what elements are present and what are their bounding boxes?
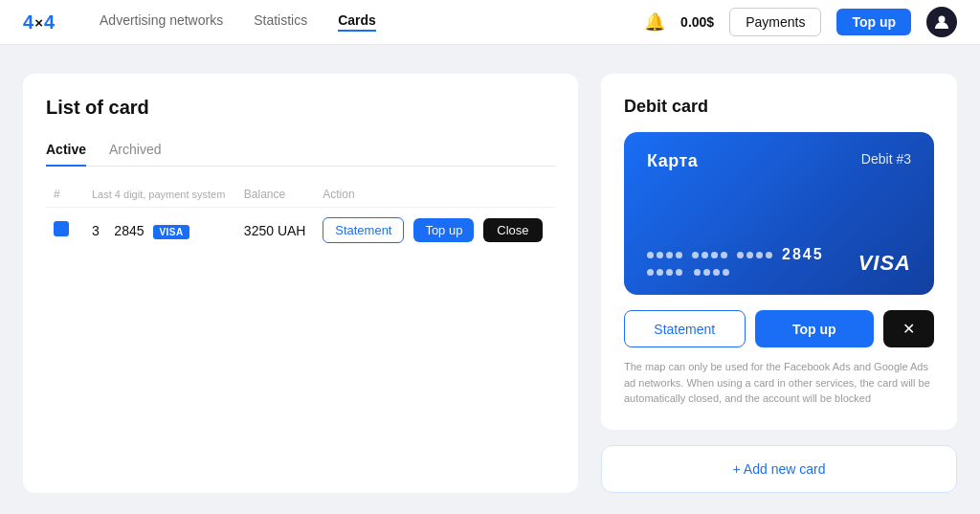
bell-icon[interactable]: 🔔 bbox=[644, 11, 665, 33]
add-card-button[interactable]: + Add new card bbox=[602, 446, 956, 492]
balance-display: 0.00$ bbox=[680, 14, 714, 30]
col-balance: Balance bbox=[236, 182, 315, 208]
topup-header-button[interactable]: Top up bbox=[836, 9, 911, 35]
card-label: Карта bbox=[647, 151, 698, 171]
table-row: 3 2845 VISA 3250 UAH Statement Top up Cl… bbox=[46, 208, 555, 254]
row-topup-button[interactable]: Top up bbox=[413, 218, 474, 242]
dot bbox=[676, 252, 682, 258]
avatar[interactable] bbox=[926, 7, 957, 37]
debit-card-box: Debit card Карта Debit #3 bbox=[601, 74, 957, 430]
main-content: List of card Active Archived # Last 4 di… bbox=[0, 45, 980, 514]
dot bbox=[647, 269, 654, 276]
dot bbox=[657, 269, 663, 276]
dot-group-4 bbox=[647, 269, 682, 276]
dot bbox=[766, 252, 772, 258]
row-number: 3 bbox=[92, 223, 100, 238]
card-list-panel: List of card Active Archived # Last 4 di… bbox=[23, 74, 578, 493]
dot-group-1 bbox=[647, 252, 682, 258]
row-last4: 2845 bbox=[114, 223, 144, 238]
card-network-logo: VISA bbox=[858, 251, 911, 276]
debit-close-button[interactable]: ✕ bbox=[883, 310, 934, 347]
dot-group-5 bbox=[694, 269, 729, 276]
cards-table: # Last 4 digit, payment system Balance A… bbox=[46, 182, 555, 253]
dot bbox=[737, 252, 744, 258]
card-debit-num: Debit #3 bbox=[861, 151, 911, 167]
dot-group-2 bbox=[692, 252, 727, 258]
dot bbox=[647, 252, 654, 258]
dot bbox=[711, 252, 718, 258]
dot bbox=[694, 269, 701, 276]
row-statement-button[interactable]: Statement bbox=[323, 217, 404, 243]
debit-actions: Statement Top up ✕ bbox=[624, 310, 934, 347]
credit-card-visual: Карта Debit #3 bbox=[624, 132, 934, 295]
row-close-button[interactable]: Close bbox=[483, 218, 542, 242]
svg-point-0 bbox=[939, 16, 946, 23]
col-action: Action bbox=[315, 182, 555, 208]
header-right: 🔔 0.00$ Payments Top up bbox=[644, 7, 957, 37]
tab-archived[interactable]: Archived bbox=[109, 134, 161, 167]
col-hash: # bbox=[46, 182, 84, 208]
card-number-row: 2845 bbox=[647, 246, 824, 263]
row-network-badge: VISA bbox=[153, 225, 189, 239]
dot bbox=[723, 269, 729, 276]
row-actions: Statement Top up Close bbox=[315, 208, 555, 254]
dot bbox=[703, 269, 710, 276]
list-panel-title: List of card bbox=[46, 97, 555, 119]
row-num-last4: 3 2845 VISA bbox=[84, 208, 236, 254]
debit-statement-button[interactable]: Statement bbox=[624, 310, 746, 347]
card-top: Карта Debit #3 bbox=[647, 151, 911, 171]
payments-button[interactable]: Payments bbox=[729, 8, 821, 36]
debit-title: Debit card bbox=[624, 97, 934, 117]
header: 4×4 Advertising networks Statistics Card… bbox=[0, 0, 980, 45]
logo: 4×4 bbox=[23, 11, 54, 34]
nav-advertising-networks[interactable]: Advertising networks bbox=[100, 12, 223, 32]
row-checkbox-cell bbox=[46, 208, 84, 254]
dot bbox=[721, 252, 727, 258]
card-note: The map can only be used for the Faceboo… bbox=[624, 359, 934, 407]
card-bottom: 2845 bbox=[647, 246, 911, 276]
dot bbox=[713, 269, 720, 276]
dot bbox=[746, 252, 753, 258]
dot bbox=[692, 252, 699, 258]
dot bbox=[756, 252, 763, 258]
card-last4: 2845 bbox=[782, 246, 824, 263]
nav: Advertising networks Statistics Cards bbox=[100, 12, 613, 32]
debit-panel: Debit card Карта Debit #3 bbox=[601, 74, 957, 493]
nav-statistics[interactable]: Statistics bbox=[254, 12, 307, 32]
dot bbox=[666, 252, 673, 258]
dot bbox=[657, 252, 663, 258]
dot-group-3 bbox=[737, 252, 772, 258]
dot bbox=[666, 269, 673, 276]
tabs: Active Archived bbox=[46, 134, 555, 167]
tab-active[interactable]: Active bbox=[46, 134, 86, 167]
debit-topup-button[interactable]: Top up bbox=[755, 310, 875, 347]
dot bbox=[702, 252, 708, 258]
dot bbox=[676, 269, 682, 276]
add-card-box[interactable]: + Add new card bbox=[601, 445, 957, 493]
nav-cards[interactable]: Cards bbox=[338, 12, 376, 32]
col-last4: Last 4 digit, payment system bbox=[84, 182, 236, 208]
card-number-section: 2845 bbox=[647, 246, 824, 276]
row-checkbox[interactable] bbox=[54, 221, 69, 236]
row-balance: 3250 UAH bbox=[236, 208, 315, 254]
